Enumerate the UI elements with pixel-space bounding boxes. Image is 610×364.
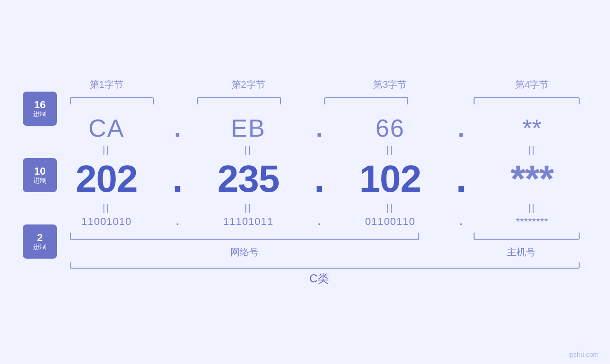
eq1-b2: || <box>185 144 312 155</box>
bin-badge-top: 2 <box>37 232 43 243</box>
class-label: C类 <box>43 271 596 286</box>
main-container: 16 进制 10 进制 2 进制 第1字节 第2字节 第3字节 第4字节 <box>0 0 610 364</box>
dec-dot2: . <box>312 160 327 198</box>
col-header-3: 第3字节 <box>327 78 454 91</box>
hex-badge: 16 进制 <box>23 92 57 126</box>
bracket-labels: 网络号 主机号 <box>43 246 596 259</box>
dec-dot1: . <box>170 160 185 198</box>
hex-badge-top: 16 <box>34 99 46 111</box>
bin-dot2: . <box>312 216 327 227</box>
col-header-4: 第4字节 <box>468 78 596 91</box>
left-badges: 16 进制 10 进制 2 进制 <box>23 0 57 364</box>
bin-b1: 11001010 <box>43 215 170 228</box>
eq2-b3: || <box>327 203 454 214</box>
hex-dot2: . <box>312 116 327 140</box>
eq2-b2: || <box>185 203 312 214</box>
hex-b1: CA <box>43 114 170 142</box>
bin-badge: 2 进制 <box>23 224 57 259</box>
dec-badge-bottom: 进制 <box>33 177 47 184</box>
hex-dot3: . <box>454 116 468 140</box>
watermark: ipshu.com <box>568 351 599 358</box>
hex-dot1: . <box>170 116 185 140</box>
col-headers: 第1字节 第2字节 第3字节 第4字节 <box>43 78 596 91</box>
eq1-b3: || <box>327 144 454 155</box>
dec-row: 202 . 235 . 102 . *** <box>43 157 596 201</box>
bin-b2: 11101011 <box>185 215 312 228</box>
dec-b1: 202 <box>43 157 170 201</box>
bin-badge-bottom: 进制 <box>33 243 47 251</box>
content-grid: 第1字节 第2字节 第3字节 第4字节 <box>43 78 596 286</box>
dec-b4: *** <box>468 157 596 201</box>
dec-dot3: . <box>454 160 468 198</box>
eq2-b4: || <box>468 203 596 214</box>
host-label: 主机号 <box>446 246 596 259</box>
dec-b2: 235 <box>185 157 312 201</box>
eq1-b4: || <box>468 144 596 155</box>
hex-b3: 66 <box>327 114 454 142</box>
equals-row-2: || || || || <box>43 203 596 214</box>
bin-b3: 01100110 <box>327 215 454 228</box>
hex-badge-bottom: 进制 <box>33 111 47 118</box>
bottom-brackets: 网络号 主机号 <box>43 232 596 259</box>
bin-row: 11001010 . 11101011 . 01100110 . *******… <box>43 215 596 228</box>
dec-badge-top: 10 <box>34 166 46 177</box>
full-bracket: C类 <box>43 261 596 286</box>
eq2-b1: || <box>43 203 170 214</box>
dec-badge: 10 进制 <box>23 158 57 192</box>
hex-b2: EB <box>185 114 312 142</box>
hex-b4: ** <box>468 114 596 142</box>
hex-row: CA . EB . 66 . ** <box>43 114 596 142</box>
bin-b4: ******** <box>468 215 596 228</box>
eq1-b1: || <box>43 144 170 155</box>
network-label: 网络号 <box>43 246 446 259</box>
bin-dot1: . <box>170 216 185 227</box>
dec-b3: 102 <box>327 157 454 201</box>
bin-dot3: . <box>454 216 468 227</box>
col-header-1: 第1字节 <box>43 78 170 91</box>
col-header-2: 第2字节 <box>185 78 312 91</box>
top-brackets <box>43 95 596 106</box>
equals-row-1: || || || || <box>43 144 596 155</box>
